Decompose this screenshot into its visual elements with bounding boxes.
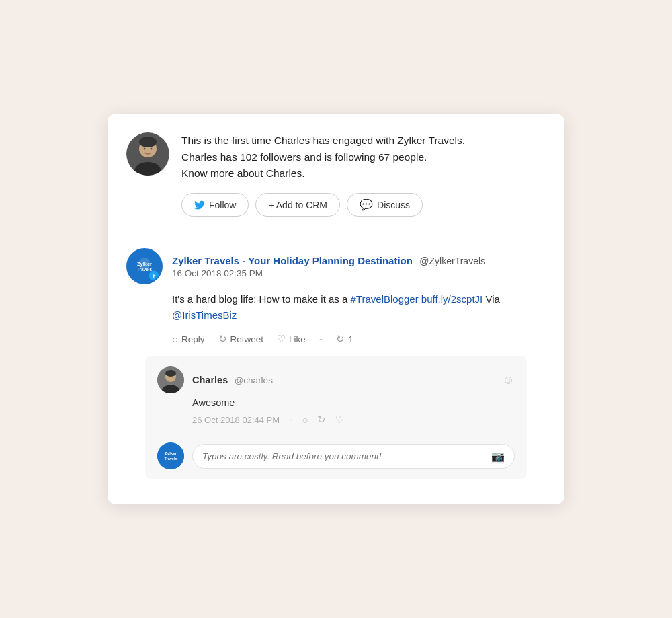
reply-author-handle: @charles [235,375,273,385]
user-description: This is the first time Charles has engag… [181,132,546,217]
comment-input-row: Zylker Travels 📷 [145,434,527,479]
follow-button[interactable]: Follow [181,193,249,217]
svg-text:Travels: Travels [165,457,177,461]
reply-retweet-icon[interactable]: ↻ [317,414,326,426]
tweet-timestamp: 16 Oct 2018 02:35 PM [172,268,546,278]
buff-link[interactable]: buff.ly/2scptJI [421,293,482,305]
reply-avatar [157,366,184,393]
reply-footer: 26 Oct 2018 02:44 PM - ○ ↻ ♡ [157,414,515,426]
description-line3: Know more about Charles. [181,165,546,182]
discuss-button[interactable]: 💬 Discuss [347,193,423,217]
zylker-logo: Zylker Travels t [126,248,163,284]
svg-point-14 [165,370,176,377]
discuss-icon: 💬 [360,198,373,211]
add-to-crm-button[interactable]: + Add to CRM [255,193,340,217]
tweet-author-handle: @ZylkerTravels [419,256,485,266]
replies-area: Charles @charles ☺ Awesome 26 Oct 2018 0… [145,356,527,479]
svg-text:Zylker: Zylker [137,261,152,267]
tweet-actions: ○ Reply ↻ Retweet ♡ Like - ↻ 1 [126,333,546,345]
description-line1: This is the first time Charles has engag… [181,132,546,149]
comment-logo: Zylker Travels [157,442,184,469]
comment-input-wrapper: 📷 [192,444,515,469]
description-line2: Charles has 102 followers and is followi… [181,149,546,166]
reply-action[interactable]: ○ Reply [172,334,205,345]
svg-text:Zylker: Zylker [165,451,177,455]
tweet-author-name: Zylker Travels - Your Holiday Planning D… [172,255,413,266]
camera-icon[interactable]: 📷 [491,450,505,463]
hashtag-link[interactable]: #TravelBlogger [351,293,419,305]
like-action[interactable]: ♡ Like [277,333,306,345]
user-info-row: This is the first time Charles has engag… [126,132,546,217]
reply-timestamp: 26 Oct 2018 02:44 PM [192,415,280,425]
charles-link[interactable]: Charles [266,167,302,179]
user-info-section: This is the first time Charles has engag… [108,114,564,233]
avatar [126,132,169,176]
main-card: This is the first time Charles has engag… [108,114,564,504]
svg-text:t: t [153,273,155,280]
svg-point-16 [157,442,184,469]
tweet-meta: Zylker Travels - Your Holiday Planning D… [172,255,546,278]
reply-like-icon[interactable]: ♡ [335,414,344,426]
retweet-action[interactable]: ↻ Retweet [218,333,264,345]
mention-link[interactable]: @IrisTimesBiz [172,309,237,321]
reply-author-name: Charles [192,375,228,385]
reply-icon: ○ [172,334,178,345]
emoji-button[interactable]: ☺ [503,373,515,387]
tweet-section: Zylker Travels t Zylker Travels - Your H… [108,233,564,504]
svg-point-2 [139,137,157,147]
retweet-icon: ↻ [218,333,227,345]
reply-body: Awesome [157,397,515,408]
action-buttons: Follow + Add to CRM 💬 Discuss [181,193,546,217]
like-icon: ♡ [277,333,286,345]
comment-input[interactable] [202,451,486,461]
reply-comment-icon[interactable]: ○ [302,414,308,426]
rt-count: ↻ 1 [336,333,353,345]
reply-item: Charles @charles ☺ Awesome 26 Oct 2018 0… [145,356,527,434]
svg-point-5 [151,147,153,149]
svg-text:Travels: Travels [137,268,153,272]
tweet-body: It's a hard blog life: How to make it as… [126,291,546,323]
svg-point-4 [144,147,146,149]
tweet-header: Zylker Travels t Zylker Travels - Your H… [126,248,546,284]
twitter-icon [194,200,205,210]
reply-header: Charles @charles ☺ [157,366,515,393]
tweet-author-line: Zylker Travels - Your Holiday Planning D… [172,255,546,267]
